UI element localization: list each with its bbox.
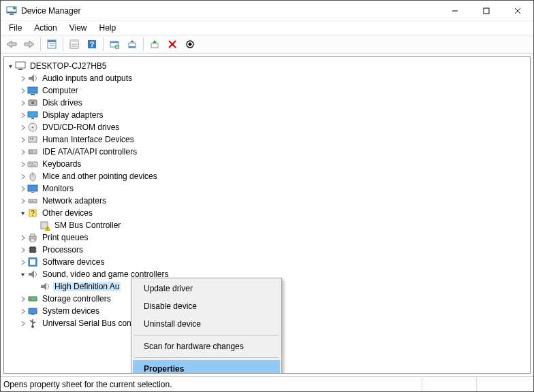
chevron-right-icon[interactable] bbox=[18, 112, 27, 118]
scan-hardware-button[interactable] bbox=[106, 37, 123, 52]
audio-icon bbox=[27, 73, 38, 84]
chevron-right-icon[interactable] bbox=[18, 247, 27, 253]
ctx-disable-device[interactable]: Disable device bbox=[133, 297, 280, 315]
tree-item[interactable]: Audio inputs and outputs bbox=[18, 72, 529, 84]
help-button[interactable]: ? bbox=[84, 37, 100, 52]
software-icon bbox=[27, 257, 38, 267]
ctx-uninstall-device[interactable]: Uninstall device bbox=[133, 315, 280, 333]
svg-marker-78 bbox=[41, 282, 46, 291]
chevron-right-icon[interactable] bbox=[18, 235, 27, 241]
tree-item[interactable]: IDE ATA/ATAPI controllers bbox=[18, 146, 529, 158]
context-menu: Update driver Disable device Uninstall d… bbox=[131, 278, 282, 374]
chevron-down-icon[interactable] bbox=[18, 210, 27, 216]
chevron-right-icon[interactable] bbox=[18, 88, 27, 94]
tree-item[interactable]: Mice and other pointing devices bbox=[18, 170, 529, 182]
toolbar-separator bbox=[143, 37, 144, 51]
back-button[interactable] bbox=[3, 37, 20, 52]
audio-icon bbox=[27, 269, 38, 280]
svg-marker-9 bbox=[25, 41, 34, 48]
svg-rect-60 bbox=[30, 201, 31, 201]
dvd-icon bbox=[27, 122, 38, 133]
menu-help[interactable]: Help bbox=[94, 22, 122, 34]
status-text: Opens property sheet for the current sel… bbox=[3, 380, 422, 389]
tree-item[interactable]: Human Interface Devices bbox=[18, 133, 529, 146]
tree-item[interactable]: !SM Bus Controller bbox=[30, 219, 529, 231]
chevron-right-icon[interactable] bbox=[18, 137, 27, 143]
svg-rect-2 bbox=[10, 14, 14, 15]
menu-action[interactable]: Action bbox=[29, 22, 62, 34]
device-manager-window: Device Manager File Action View Help ? bbox=[0, 0, 534, 392]
chevron-down-icon[interactable] bbox=[18, 272, 27, 278]
tree-root[interactable]: DESKTOP-CJ27HB5 bbox=[5, 60, 529, 72]
chevron-right-icon[interactable] bbox=[18, 296, 27, 302]
hid-icon bbox=[27, 134, 38, 145]
toolbar-separator bbox=[103, 37, 104, 51]
other-icon: ? bbox=[27, 208, 38, 218]
properties-button[interactable] bbox=[66, 37, 82, 52]
tree-item[interactable]: DVD/CD-ROM drives bbox=[18, 121, 529, 133]
chevron-right-icon[interactable] bbox=[18, 198, 27, 204]
toolbar-separator bbox=[63, 37, 63, 51]
tree-root-label: DESKTOP-CJ27HB5 bbox=[29, 61, 108, 71]
tree-item[interactable]: Software devices bbox=[18, 256, 529, 268]
uninstall-device-button[interactable] bbox=[164, 37, 180, 52]
tree-item[interactable]: Network adapters bbox=[18, 195, 529, 207]
tree-item[interactable]: Keyboards bbox=[18, 158, 529, 170]
ctx-properties[interactable]: Properties bbox=[133, 360, 280, 374]
svg-point-43 bbox=[32, 127, 34, 129]
chevron-right-icon[interactable] bbox=[18, 76, 27, 82]
window-title: Device Manager bbox=[21, 6, 80, 16]
chevron-right-icon[interactable] bbox=[18, 161, 27, 167]
monitor-icon bbox=[27, 183, 38, 194]
show-hide-tree-button[interactable] bbox=[44, 37, 60, 52]
chevron-right-icon[interactable] bbox=[18, 149, 27, 155]
close-button[interactable] bbox=[502, 1, 533, 21]
ctx-update-driver[interactable]: Update driver bbox=[133, 280, 280, 297]
printer-icon bbox=[27, 232, 38, 243]
svg-rect-82 bbox=[31, 314, 34, 315]
forward-button[interactable] bbox=[21, 37, 37, 52]
svg-rect-41 bbox=[31, 118, 34, 119]
computer-icon bbox=[27, 85, 38, 96]
svg-rect-58 bbox=[31, 192, 34, 193]
chevron-right-icon[interactable] bbox=[18, 100, 27, 106]
tree-item[interactable]: Computer bbox=[18, 84, 529, 97]
tree-item-other-devices[interactable]: ?Other devices bbox=[18, 207, 529, 219]
svg-rect-33 bbox=[16, 62, 25, 68]
tree-item[interactable]: Print queues bbox=[18, 231, 529, 244]
chevron-right-icon[interactable] bbox=[18, 321, 27, 327]
storage-icon bbox=[27, 293, 38, 304]
svg-marker-27 bbox=[153, 40, 157, 43]
tree-item[interactable]: Processors bbox=[18, 244, 529, 256]
toolbar-separator bbox=[40, 37, 41, 51]
chevron-right-icon[interactable] bbox=[18, 174, 27, 180]
context-menu-separator bbox=[134, 357, 279, 358]
ctx-scan-hardware[interactable]: Scan for hardware changes bbox=[133, 338, 280, 355]
audio-icon bbox=[40, 281, 50, 292]
context-menu-separator bbox=[134, 335, 279, 336]
keyboard-icon bbox=[27, 159, 38, 169]
tree-item[interactable]: Monitors bbox=[18, 182, 529, 195]
app-icon bbox=[6, 5, 17, 16]
chevron-right-icon[interactable] bbox=[18, 308, 27, 314]
chevron-down-icon[interactable] bbox=[5, 63, 15, 69]
update-driver-button[interactable] bbox=[124, 37, 140, 52]
tree-item[interactable]: Display adapters bbox=[18, 109, 529, 121]
chevron-right-icon[interactable] bbox=[18, 186, 27, 192]
svg-rect-57 bbox=[28, 185, 37, 191]
maximize-button[interactable] bbox=[471, 1, 502, 21]
ide-icon bbox=[27, 146, 38, 157]
svg-rect-50 bbox=[28, 162, 37, 167]
enable-device-button[interactable] bbox=[146, 37, 163, 52]
display-icon bbox=[27, 110, 38, 120]
toolbar: ? bbox=[1, 35, 533, 54]
menu-file[interactable]: File bbox=[3, 22, 27, 34]
minimize-button[interactable] bbox=[439, 1, 471, 21]
device-tree[interactable]: DESKTOP-CJ27HB5 Audio inputs and outputs… bbox=[3, 56, 531, 374]
chevron-right-icon[interactable] bbox=[18, 259, 27, 265]
disable-device-button[interactable] bbox=[182, 37, 198, 52]
svg-rect-1 bbox=[7, 12, 16, 13]
tree-item[interactable]: Disk drives bbox=[18, 97, 529, 109]
chevron-right-icon[interactable] bbox=[18, 125, 27, 131]
menu-view[interactable]: View bbox=[64, 22, 93, 34]
